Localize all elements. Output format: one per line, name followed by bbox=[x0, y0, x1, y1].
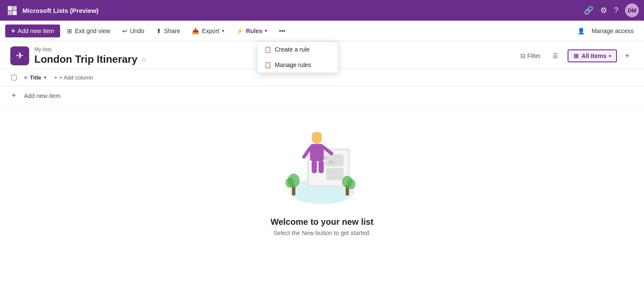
grid-icon: ⊞ bbox=[67, 28, 72, 34]
more-icon: ••• bbox=[279, 28, 286, 34]
grid-area: ≡ Title ▾ + + Add column + Add new item bbox=[0, 69, 644, 294]
svg-rect-16 bbox=[312, 160, 317, 173]
filter-button[interactable]: ⊟ Filter bbox=[516, 50, 545, 61]
undo-label: Undo bbox=[130, 28, 144, 34]
empty-illustration: Aa bbox=[283, 122, 361, 208]
empty-subtitle: Select the New button to get started. bbox=[273, 230, 371, 236]
svg-point-24 bbox=[347, 179, 355, 189]
add-item-plus-icon: + bbox=[12, 91, 16, 100]
add-view-button[interactable]: + bbox=[620, 49, 634, 63]
svg-rect-2 bbox=[8, 11, 12, 15]
manage-access-label: Manage access bbox=[592, 28, 634, 34]
svg-point-18 bbox=[312, 132, 322, 137]
person-icon: 👤 bbox=[577, 28, 585, 34]
svg-text:Aa: Aa bbox=[328, 159, 334, 164]
svg-rect-1 bbox=[12, 6, 17, 10]
list-title-row: London Trip Itinerary ☆ bbox=[34, 53, 516, 65]
help-icon[interactable]: ? bbox=[614, 6, 618, 15]
list-meta: My lists London Trip Itinerary ☆ bbox=[34, 46, 516, 65]
main-content: + Add new item ⊞ Exit grid view ↩ Undo ⬆… bbox=[0, 21, 644, 294]
plus-icon: + bbox=[11, 27, 15, 35]
group-icon: ☰ bbox=[553, 52, 558, 59]
exit-grid-view-button[interactable]: ⊞ Exit grid view bbox=[62, 25, 115, 37]
add-new-item-label: Add new item bbox=[18, 28, 54, 34]
toolbar: + Add new item ⊞ Exit grid view ↩ Undo ⬆… bbox=[0, 21, 644, 41]
select-all-checkbox[interactable] bbox=[7, 75, 21, 80]
app-logo[interactable] bbox=[5, 3, 19, 17]
grid-header: ≡ Title ▾ + + Add column bbox=[0, 69, 644, 86]
app-title: Microsoft Lists (Preview) bbox=[22, 7, 580, 14]
share-label: Share bbox=[164, 28, 180, 34]
filter-icon: ⊟ bbox=[520, 52, 526, 59]
rules-icon: ⚡ bbox=[236, 28, 243, 34]
add-column-plus-icon: + bbox=[54, 74, 58, 81]
all-items-button[interactable]: ⊞ All Items ▾ bbox=[568, 49, 617, 62]
header-area: ✈ My lists London Trip Itinerary ☆ ⊟ Fil… bbox=[0, 41, 644, 69]
avatar[interactable]: DM bbox=[625, 3, 639, 17]
rules-chevron-icon: ▾ bbox=[265, 28, 267, 33]
rules-label: Rules bbox=[246, 28, 262, 34]
svg-rect-10 bbox=[326, 168, 343, 180]
title-column-chevron-icon[interactable]: ▾ bbox=[44, 75, 46, 80]
settings-icon[interactable]: ⚙ bbox=[600, 6, 607, 15]
group-button[interactable]: ☰ bbox=[548, 50, 564, 61]
list-title: London Trip Itinerary bbox=[34, 53, 137, 65]
empty-state: Aa Welcome to your new list bbox=[0, 105, 644, 262]
title-column-label: Title bbox=[30, 74, 42, 81]
add-column-button[interactable]: + + Add column bbox=[50, 74, 97, 81]
filter-label: Filter bbox=[527, 52, 541, 59]
share-icon[interactable]: 🔗 bbox=[584, 6, 593, 15]
add-item-label: Add new item bbox=[24, 92, 61, 99]
rules-button[interactable]: ⚡ Rules ▾ bbox=[231, 25, 272, 37]
breadcrumb: My lists bbox=[34, 46, 516, 52]
export-chevron-icon: ▾ bbox=[222, 28, 224, 33]
list-symbol: ✈ bbox=[16, 50, 24, 61]
empty-title: Welcome to your new list bbox=[270, 217, 374, 227]
add-view-plus-icon: + bbox=[625, 52, 629, 61]
export-icon: 📤 bbox=[192, 28, 199, 34]
undo-button[interactable]: ↩ Undo bbox=[117, 25, 149, 37]
svg-rect-3 bbox=[12, 11, 17, 15]
favorite-star-icon[interactable]: ☆ bbox=[141, 55, 147, 64]
checkbox-input[interactable] bbox=[11, 75, 17, 80]
export-label: Export bbox=[202, 28, 219, 34]
svg-rect-0 bbox=[8, 6, 12, 10]
grid-view-icon: ⊞ bbox=[574, 52, 579, 59]
add-new-item-button[interactable]: + Add new item bbox=[5, 24, 60, 37]
svg-point-21 bbox=[286, 178, 294, 188]
header-right: ⊟ Filter ☰ ⊞ All Items ▾ + bbox=[516, 49, 634, 63]
undo-icon: ↩ bbox=[122, 28, 128, 34]
title-column-icon: ≡ bbox=[24, 74, 27, 81]
share-button[interactable]: ⬆ Share bbox=[151, 25, 185, 37]
add-item-button[interactable]: Add new item bbox=[21, 92, 64, 99]
topbar: Microsoft Lists (Preview) 🔗 ⚙ ? DM bbox=[0, 0, 644, 21]
svg-rect-13 bbox=[310, 144, 324, 161]
manage-access-button[interactable]: Manage access bbox=[586, 25, 639, 37]
all-items-label: All Items bbox=[581, 52, 606, 59]
exit-grid-view-label: Exit grid view bbox=[75, 28, 110, 34]
export-button[interactable]: 📤 Export ▾ bbox=[187, 25, 229, 37]
list-icon: ✈ bbox=[10, 46, 29, 65]
more-button[interactable]: ••• bbox=[274, 25, 291, 37]
share-icon: ⬆ bbox=[156, 28, 161, 34]
svg-rect-17 bbox=[319, 160, 324, 173]
all-items-chevron-icon: ▾ bbox=[609, 54, 611, 58]
title-column-header[interactable]: ≡ Title ▾ bbox=[21, 74, 50, 81]
topbar-icon-group: 🔗 ⚙ ? DM bbox=[584, 3, 639, 17]
add-column-label: + Add column bbox=[59, 74, 93, 81]
add-item-row: + Add new item bbox=[0, 86, 644, 105]
